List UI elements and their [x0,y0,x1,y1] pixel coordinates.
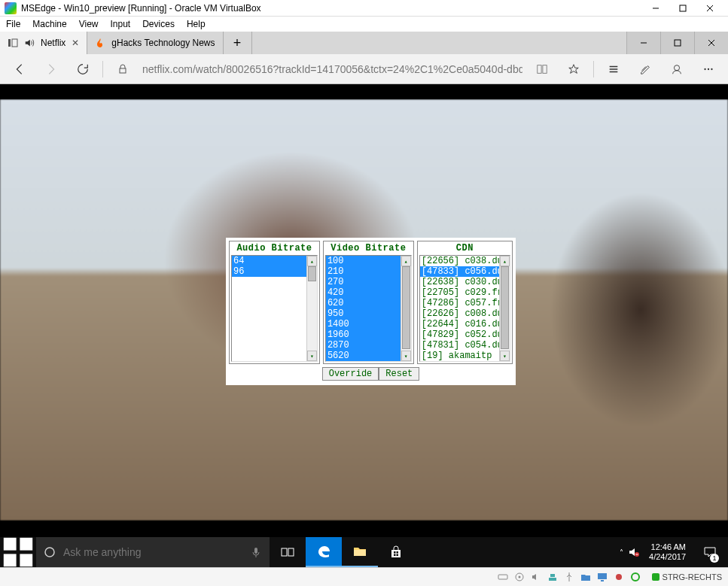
favorite-button[interactable] [559,55,589,83]
tab-netflix[interactable]: Netflix ✕ [0,32,87,54]
cdn-list[interactable]: [22656] c038.dus[47833] c056.dus[22638] … [419,255,510,362]
svg-rect-30 [598,573,607,579]
list-item[interactable]: 950 [326,308,411,319]
tray-overflow-button[interactable]: ˄ [620,548,623,557]
list-item[interactable]: 2870 [326,340,411,351]
video-bitrate-title: Video Bitrate [324,243,413,255]
features-icon[interactable] [629,571,641,583]
menu-machine[interactable]: Machine [32,19,66,29]
hdd-icon[interactable] [497,571,509,583]
optical-icon[interactable] [513,571,525,583]
list-item[interactable]: 1400 [326,319,411,329]
cortana-search[interactable] [36,537,270,567]
display-icon[interactable] [596,571,608,583]
scrollbar[interactable]: ▴▾ [306,256,317,361]
volume-icon[interactable] [628,546,640,558]
taskbar-clock[interactable]: 12:46 AM 4/24/2017 [644,542,690,562]
recording-icon[interactable] [613,571,625,583]
clock-date: 4/24/2017 [649,552,686,562]
webnote-button[interactable] [630,55,660,83]
notification-badge: 1 [710,554,719,563]
list-item[interactable]: [22705] c029.fra [420,287,510,298]
tab-title: gHacks Technology News [111,38,215,48]
svg-point-7 [674,65,679,70]
list-item[interactable]: 100 [326,256,411,266]
list-item[interactable]: [47833] c056.dus [420,266,510,277]
list-item[interactable]: 270 [326,277,411,287]
video-player[interactable]: Audio Bitrate 6496▴▾ Video Bitrate 10021… [0,84,728,537]
list-item[interactable]: 1960 [326,329,411,340]
tab-close-icon[interactable]: ✕ [72,38,79,48]
svg-rect-4 [120,68,126,73]
maximize-button[interactable] [669,0,696,17]
list-item[interactable]: [22644] c016.dus [420,319,510,329]
svg-rect-20 [394,551,396,554]
svg-rect-5 [538,65,541,73]
svg-rect-21 [397,551,399,554]
stream-manager-overlay: Audio Bitrate 6496▴▾ Video Bitrate 10021… [226,238,516,385]
list-item[interactable]: [47829] c052.dus [420,329,510,340]
audio-bitrate-list[interactable]: 6496▴▾ [231,255,318,362]
list-item[interactable]: 64 [232,256,317,266]
address-bar[interactable] [139,59,525,79]
list-item[interactable]: 5620 [326,351,411,361]
svg-rect-25 [498,575,507,579]
virtualbox-menubar: File Machine View Input Devices Help [0,17,728,32]
reset-button[interactable]: Reset [379,367,419,381]
share-button[interactable] [662,55,692,83]
start-button[interactable] [0,537,36,567]
list-item[interactable]: [22656] c038.dus [420,256,510,266]
audio-status-icon[interactable] [530,571,542,583]
action-center-button[interactable]: 1 [695,537,725,567]
back-button[interactable] [5,55,35,83]
taskbar-edge[interactable] [306,537,342,567]
hub-button[interactable] [599,55,629,83]
svg-rect-18 [288,548,294,556]
close-button[interactable] [696,0,723,17]
search-input[interactable] [63,546,242,558]
edge-minimize-button[interactable] [626,32,660,54]
video-bitrate-panel: Video Bitrate 10021027042062095014001960… [323,241,414,364]
edge-close-button[interactable] [694,32,728,54]
shared-folder-icon[interactable] [580,571,592,583]
menu-view[interactable]: View [79,19,99,29]
list-item[interactable]: 210 [326,266,411,277]
menu-devices[interactable]: Devices [142,19,175,29]
reading-view-button[interactable] [527,55,557,83]
svg-rect-11 [4,538,17,551]
scrollbar[interactable]: ▴▾ [499,256,510,361]
svg-rect-16 [254,548,257,554]
list-item[interactable]: [22638] c030.dus [420,277,510,287]
list-item[interactable]: [47286] c057.fra [420,298,510,308]
forward-button[interactable] [36,55,66,83]
task-view-button[interactable] [270,537,306,567]
menu-input[interactable]: Input [111,19,131,29]
minimize-button[interactable] [642,0,669,17]
edge-maximize-button[interactable] [660,32,694,54]
menu-help[interactable]: Help [187,19,206,29]
refresh-button[interactable] [68,55,98,83]
svg-rect-2 [12,39,17,47]
svg-rect-22 [394,554,396,557]
svg-point-9 [708,68,709,69]
more-button[interactable] [693,55,723,83]
list-item[interactable]: 420 [326,287,411,298]
list-item[interactable]: 96 [232,266,317,277]
menu-file[interactable]: File [6,19,20,29]
new-tab-button[interactable]: + [224,32,252,54]
list-item[interactable]: 620 [326,298,411,308]
taskbar-explorer[interactable] [342,537,378,567]
scrollbar[interactable]: ▴▾ [401,256,411,361]
guest-display: Netflix ✕ gHacks Technology News + [0,32,728,567]
network-icon[interactable] [547,571,559,583]
list-item[interactable]: [22626] c008.dus [420,308,510,319]
list-item[interactable]: [47831] c054.dus [420,340,510,351]
tab-ghacks[interactable]: gHacks Technology News [87,32,223,54]
audio-bitrate-title: Audio Bitrate [230,243,319,255]
usb-icon[interactable] [563,571,575,583]
override-button[interactable]: Override [322,367,379,381]
taskbar-store[interactable] [378,537,414,567]
list-item[interactable]: [19] akamaitp [420,351,510,361]
video-bitrate-list[interactable]: 1002102704206209501400196028705620▴▾ [325,255,412,362]
mic-icon[interactable] [250,546,262,558]
